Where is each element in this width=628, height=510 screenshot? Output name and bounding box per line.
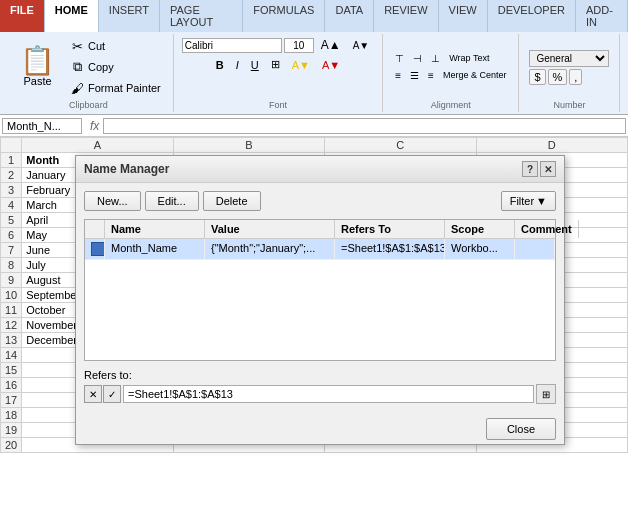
fx-label: fx (90, 119, 99, 133)
font-size-input[interactable] (284, 38, 314, 53)
col-c-header: C (325, 138, 476, 153)
dialog-title: Name Manager (84, 162, 169, 176)
alignment-label: Alignment (431, 98, 471, 110)
edit-button[interactable]: Edit... (145, 191, 199, 211)
clipboard-col: ✂ Cut ⧉ Copy 🖌 Format Painter (65, 36, 165, 98)
refers-input-field[interactable] (123, 385, 534, 403)
row-number: 17 (1, 393, 22, 408)
icon-col-header (85, 220, 105, 238)
new-button[interactable]: New... (84, 191, 141, 211)
name-entry-row[interactable]: Month_Name {"Month";"January";... =Sheet… (85, 239, 555, 260)
dollar-button[interactable]: $ (529, 69, 545, 85)
fill-color-button[interactable]: A▼ (287, 57, 315, 73)
refers-cancel-btn[interactable]: ✕ (84, 385, 102, 403)
align-row2: ≡ ☰ ≡ Merge & Center (391, 68, 510, 83)
number-format-select[interactable]: General (529, 50, 609, 67)
tab-page-layout[interactable]: PAGE LAYOUT (160, 0, 243, 32)
copy-button[interactable]: ⧉ Copy (65, 57, 165, 77)
name-list-header: Name Value Refers To Scope Comment (85, 220, 555, 239)
refers-confirm-btn[interactable]: ✓ (103, 385, 121, 403)
dialog-help-btn[interactable]: ? (522, 161, 538, 177)
row-header-col (1, 138, 22, 153)
comma-button[interactable]: , (569, 69, 582, 85)
dialog-titlebar-btns: ? ✕ (522, 161, 556, 177)
name-entry-refers: =Sheet1!$A$1:$A$13 (335, 239, 445, 259)
name-entry-icon-cell (85, 239, 105, 259)
paste-button[interactable]: 📋 Paste (12, 43, 63, 91)
formula-value-input[interactable] (103, 118, 626, 134)
scope-col-header: Scope (445, 220, 515, 238)
font-group: A▲ A▼ B I U ⊞ A▼ A▼ Font (174, 34, 383, 112)
tab-insert[interactable]: INSERT (99, 0, 160, 32)
dialog-toolbar-left: New... Edit... Delete (84, 191, 261, 211)
row-number: 10 (1, 288, 22, 303)
row-number: 4 (1, 198, 22, 213)
format-painter-icon: 🖌 (69, 80, 85, 96)
align-controls: ⊤ ⊣ ⊥ Wrap Text ≡ ☰ ≡ Merge & Center (391, 51, 510, 83)
format-painter-label: Format Painter (88, 82, 161, 94)
row-number: 16 (1, 378, 22, 393)
refers-input-row: ✕ ✓ ⊞ (84, 384, 556, 404)
name-entry-value: {"Month";"January";... (205, 239, 335, 259)
name-box[interactable] (2, 118, 82, 134)
format-painter-button[interactable]: 🖌 Format Painter (65, 78, 165, 98)
clipboard-label: Clipboard (69, 98, 108, 110)
value-col-header: Value (205, 220, 335, 238)
dialog-body: New... Edit... Delete Filter ▼ Name Valu… (76, 183, 564, 412)
align-top-button[interactable]: ⊤ (391, 51, 408, 66)
delete-button[interactable]: Delete (203, 191, 261, 211)
tab-view[interactable]: VIEW (439, 0, 488, 32)
row-number: 12 (1, 318, 22, 333)
dialog-close-btn[interactable]: ✕ (540, 161, 556, 177)
font-row2: B I U ⊞ A▼ A▼ (211, 56, 345, 73)
align-bottom-button[interactable]: ⊥ (427, 51, 444, 66)
clipboard-group: 📋 Paste ✂ Cut ⧉ Copy 🖌 Format Painter (4, 34, 174, 112)
italic-button[interactable]: I (231, 57, 244, 73)
tab-review[interactable]: REVIEW (374, 0, 438, 32)
align-center-button[interactable]: ☰ (406, 68, 423, 83)
copy-label: Copy (88, 61, 114, 73)
row-number: 1 (1, 153, 22, 168)
row-number: 11 (1, 303, 22, 318)
tab-file[interactable]: FILE (0, 0, 45, 32)
ribbon: FILE HOME INSERT PAGE LAYOUT FORMULAS DA… (0, 0, 628, 115)
tab-addin[interactable]: ADD-IN (576, 0, 628, 32)
refers-expand-btn[interactable]: ⊞ (536, 384, 556, 404)
close-button[interactable]: Close (486, 418, 556, 440)
row-number: 13 (1, 333, 22, 348)
tab-home[interactable]: HOME (45, 0, 99, 32)
font-color-button[interactable]: A▼ (317, 57, 345, 73)
alignment-inner: ⊤ ⊣ ⊥ Wrap Text ≡ ☰ ≡ Merge & Center (391, 36, 510, 98)
cut-button[interactable]: ✂ Cut (65, 36, 165, 56)
bold-button[interactable]: B (211, 57, 229, 73)
underline-button[interactable]: U (246, 57, 264, 73)
font-size-increase-button[interactable]: A▲ (316, 36, 346, 54)
filter-button[interactable]: Filter ▼ (501, 191, 556, 211)
number-inner: General $ % , (527, 36, 611, 98)
refers-to-label: Refers to: (84, 369, 556, 381)
row-number: 18 (1, 408, 22, 423)
border-button[interactable]: ⊞ (266, 56, 285, 73)
col-b-header: B (173, 138, 324, 153)
align-right-button[interactable]: ≡ (424, 68, 438, 83)
formula-bar: fx (0, 115, 628, 137)
wrap-text-button[interactable]: Wrap Text (445, 51, 493, 66)
number-row: $ % , (529, 69, 609, 85)
name-list: Name Value Refers To Scope Comment Month… (84, 219, 556, 361)
row-number: 7 (1, 243, 22, 258)
row-number: 9 (1, 273, 22, 288)
align-left-button[interactable]: ≡ (391, 68, 405, 83)
cut-icon: ✂ (69, 38, 85, 54)
name-list-empty (85, 260, 555, 360)
tab-formulas[interactable]: FORMULAS (243, 0, 325, 32)
row-number: 6 (1, 228, 22, 243)
tab-developer[interactable]: DEVELOPER (488, 0, 576, 32)
font-size-decrease-button[interactable]: A▼ (348, 38, 375, 53)
font-name-input[interactable] (182, 38, 282, 53)
tab-data[interactable]: DATA (325, 0, 374, 32)
percent-button[interactable]: % (548, 69, 568, 85)
number-controls: General $ % , (527, 48, 611, 87)
name-manager-dialog: Name Manager ? ✕ New... Edit... Delete F… (75, 155, 565, 445)
align-middle-button[interactable]: ⊣ (409, 51, 426, 66)
merge-center-button[interactable]: Merge & Center (439, 68, 511, 83)
